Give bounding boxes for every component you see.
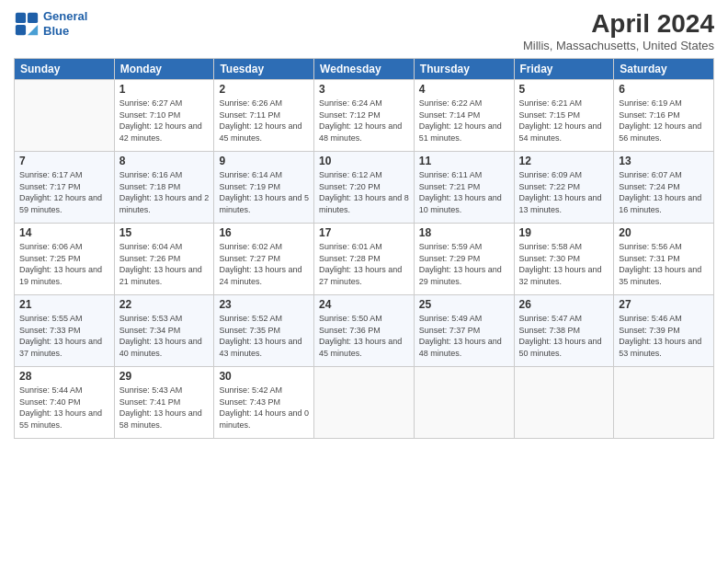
calendar-cell: 11Sunrise: 6:11 AMSunset: 7:21 PMDayligh… — [414, 152, 514, 224]
calendar-cell: 1Sunrise: 6:27 AMSunset: 7:10 PMDaylight… — [114, 80, 214, 152]
day-number: 23 — [219, 298, 309, 311]
calendar-cell: 17Sunrise: 6:01 AMSunset: 7:28 PMDayligh… — [314, 224, 415, 295]
week-row: 1Sunrise: 6:27 AMSunset: 7:10 PMDaylight… — [15, 80, 714, 152]
day-number: 8 — [119, 155, 210, 167]
day-number: 2 — [219, 83, 309, 96]
calendar-cell: 22Sunrise: 5:53 AMSunset: 7:34 PMDayligh… — [114, 295, 214, 367]
calendar-cell: 6Sunrise: 6:19 AMSunset: 7:16 PMDaylight… — [614, 80, 714, 152]
main-title: April 2024 — [523, 9, 714, 39]
day-number: 13 — [619, 155, 709, 167]
svg-marker-3 — [28, 25, 38, 35]
day-number: 7 — [19, 155, 109, 167]
calendar-table: SundayMondayTuesdayWednesdayThursdayFrid… — [14, 58, 714, 439]
calendar-cell: 7Sunrise: 6:17 AMSunset: 7:17 PMDaylight… — [15, 152, 115, 224]
day-number: 10 — [319, 155, 409, 167]
calendar-cell: 30Sunrise: 5:42 AMSunset: 7:43 PMDayligh… — [214, 367, 314, 439]
day-number: 14 — [19, 226, 109, 239]
day-info: Sunrise: 5:52 AMSunset: 7:35 PMDaylight:… — [219, 313, 309, 359]
calendar-cell: 4Sunrise: 6:22 AMSunset: 7:14 PMDaylight… — [414, 80, 514, 152]
title-block: April 2024 Millis, Massachusetts, United… — [523, 9, 714, 52]
weekday-header: Thursday — [414, 59, 514, 80]
day-number: 29 — [119, 370, 210, 383]
calendar-cell — [514, 367, 614, 439]
day-number: 27 — [619, 298, 709, 311]
logo-text: General Blue — [43, 9, 87, 38]
weekday-header: Friday — [514, 59, 614, 80]
day-number: 6 — [619, 83, 709, 96]
calendar-cell: 3Sunrise: 6:24 AMSunset: 7:12 PMDaylight… — [314, 80, 415, 152]
weekday-header: Monday — [114, 59, 214, 80]
calendar-cell: 9Sunrise: 6:14 AMSunset: 7:19 PMDaylight… — [214, 152, 314, 224]
day-info: Sunrise: 5:44 AMSunset: 7:40 PMDaylight:… — [19, 385, 109, 431]
day-info: Sunrise: 6:17 AMSunset: 7:17 PMDaylight:… — [19, 169, 109, 215]
day-info: Sunrise: 6:16 AMSunset: 7:18 PMDaylight:… — [119, 169, 210, 215]
calendar-cell: 26Sunrise: 5:47 AMSunset: 7:38 PMDayligh… — [514, 295, 614, 367]
svg-rect-1 — [28, 12, 38, 22]
day-info: Sunrise: 6:19 AMSunset: 7:16 PMDaylight:… — [619, 98, 709, 144]
svg-rect-2 — [16, 25, 26, 35]
day-info: Sunrise: 6:11 AMSunset: 7:21 PMDaylight:… — [419, 169, 509, 215]
day-info: Sunrise: 6:24 AMSunset: 7:12 PMDaylight:… — [319, 98, 409, 144]
week-row: 7Sunrise: 6:17 AMSunset: 7:17 PMDaylight… — [15, 152, 714, 224]
day-info: Sunrise: 6:09 AMSunset: 7:22 PMDaylight:… — [519, 169, 609, 215]
day-info: Sunrise: 5:59 AMSunset: 7:29 PMDaylight:… — [419, 241, 509, 287]
calendar-cell: 18Sunrise: 5:59 AMSunset: 7:29 PMDayligh… — [414, 224, 514, 295]
day-number: 11 — [419, 155, 509, 167]
calendar-cell: 14Sunrise: 6:06 AMSunset: 7:25 PMDayligh… — [15, 224, 115, 295]
calendar-cell: 10Sunrise: 6:12 AMSunset: 7:20 PMDayligh… — [314, 152, 415, 224]
day-number: 25 — [419, 298, 509, 311]
day-number: 12 — [519, 155, 609, 167]
calendar-cell: 25Sunrise: 5:49 AMSunset: 7:37 PMDayligh… — [414, 295, 514, 367]
day-info: Sunrise: 6:12 AMSunset: 7:20 PMDaylight:… — [319, 169, 409, 215]
day-info: Sunrise: 5:50 AMSunset: 7:36 PMDaylight:… — [319, 313, 409, 359]
day-number: 19 — [519, 226, 609, 239]
day-number: 3 — [319, 83, 409, 96]
calendar-cell — [614, 367, 714, 439]
logo-icon — [14, 11, 40, 37]
day-number: 15 — [119, 226, 210, 239]
day-info: Sunrise: 6:14 AMSunset: 7:19 PMDaylight:… — [219, 169, 309, 215]
day-info: Sunrise: 6:27 AMSunset: 7:10 PMDaylight:… — [119, 98, 210, 144]
calendar-cell: 27Sunrise: 5:46 AMSunset: 7:39 PMDayligh… — [614, 295, 714, 367]
calendar-cell: 8Sunrise: 6:16 AMSunset: 7:18 PMDaylight… — [114, 152, 214, 224]
weekday-header: Tuesday — [214, 59, 314, 80]
subtitle: Millis, Massachusetts, United States — [523, 39, 714, 52]
week-row: 21Sunrise: 5:55 AMSunset: 7:33 PMDayligh… — [15, 295, 714, 367]
day-number: 22 — [119, 298, 210, 311]
day-info: Sunrise: 5:58 AMSunset: 7:30 PMDaylight:… — [519, 241, 609, 287]
day-number: 21 — [19, 298, 109, 311]
day-number: 24 — [319, 298, 409, 311]
logo: General Blue — [14, 9, 87, 38]
day-info: Sunrise: 6:01 AMSunset: 7:28 PMDaylight:… — [319, 241, 409, 287]
day-info: Sunrise: 5:46 AMSunset: 7:39 PMDaylight:… — [619, 313, 709, 359]
day-number: 1 — [119, 83, 210, 96]
day-info: Sunrise: 5:55 AMSunset: 7:33 PMDaylight:… — [19, 313, 109, 359]
calendar-cell: 2Sunrise: 6:26 AMSunset: 7:11 PMDaylight… — [214, 80, 314, 152]
day-info: Sunrise: 6:26 AMSunset: 7:11 PMDaylight:… — [219, 98, 309, 144]
calendar-cell: 5Sunrise: 6:21 AMSunset: 7:15 PMDaylight… — [514, 80, 614, 152]
calendar-cell: 13Sunrise: 6:07 AMSunset: 7:24 PMDayligh… — [614, 152, 714, 224]
calendar-cell: 24Sunrise: 5:50 AMSunset: 7:36 PMDayligh… — [314, 295, 415, 367]
weekday-header: Wednesday — [314, 59, 415, 80]
day-number: 26 — [519, 298, 609, 311]
day-number: 18 — [419, 226, 509, 239]
day-number: 30 — [219, 370, 309, 383]
day-info: Sunrise: 6:22 AMSunset: 7:14 PMDaylight:… — [419, 98, 509, 144]
day-info: Sunrise: 6:02 AMSunset: 7:27 PMDaylight:… — [219, 241, 309, 287]
calendar-cell: 19Sunrise: 5:58 AMSunset: 7:30 PMDayligh… — [514, 224, 614, 295]
day-number: 20 — [619, 226, 709, 239]
weekday-header: Sunday — [15, 59, 115, 80]
calendar-cell: 23Sunrise: 5:52 AMSunset: 7:35 PMDayligh… — [214, 295, 314, 367]
svg-rect-0 — [16, 12, 26, 22]
header-row: SundayMondayTuesdayWednesdayThursdayFrid… — [15, 59, 714, 80]
week-row: 28Sunrise: 5:44 AMSunset: 7:40 PMDayligh… — [15, 367, 714, 439]
calendar-cell: 28Sunrise: 5:44 AMSunset: 7:40 PMDayligh… — [15, 367, 115, 439]
week-row: 14Sunrise: 6:06 AMSunset: 7:25 PMDayligh… — [15, 224, 714, 295]
day-number: 9 — [219, 155, 309, 167]
day-info: Sunrise: 5:43 AMSunset: 7:41 PMDaylight:… — [119, 385, 210, 431]
day-number: 4 — [419, 83, 509, 96]
day-info: Sunrise: 5:53 AMSunset: 7:34 PMDaylight:… — [119, 313, 210, 359]
weekday-header: Saturday — [614, 59, 714, 80]
day-info: Sunrise: 6:04 AMSunset: 7:26 PMDaylight:… — [119, 241, 210, 287]
calendar-cell: 20Sunrise: 5:56 AMSunset: 7:31 PMDayligh… — [614, 224, 714, 295]
